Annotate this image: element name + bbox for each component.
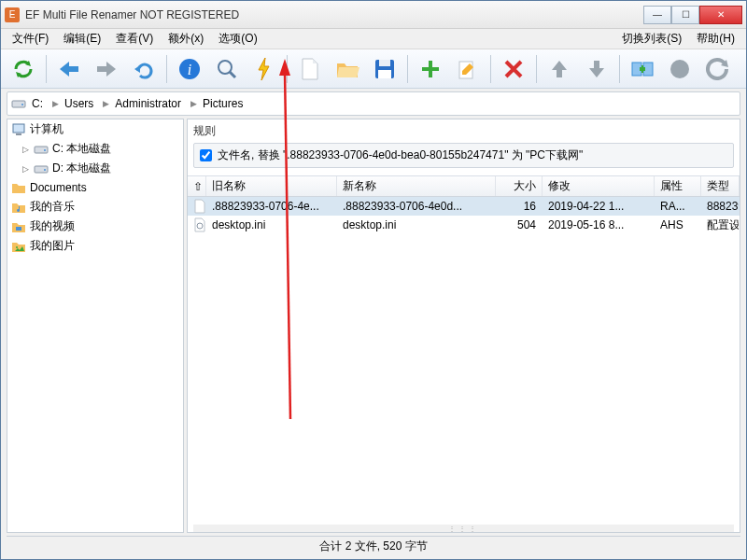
back-button[interactable]	[52, 53, 86, 85]
col-oldname[interactable]: 旧名称	[206, 176, 337, 196]
edit-button[interactable]	[451, 53, 485, 85]
maximize-button[interactable]: ☐	[671, 6, 699, 24]
svg-line-3	[230, 72, 235, 77]
file-row[interactable]: desktop.ini desktop.ini 504 2019-05-16 8…	[188, 216, 740, 234]
tree-computer[interactable]: 计算机	[7, 119, 183, 139]
menu-edit[interactable]: 编辑(E)	[56, 29, 108, 49]
svg-rect-11	[12, 101, 25, 107]
cell-type: 8882393...	[701, 197, 740, 216]
file-icon	[193, 199, 206, 214]
drive-icon	[34, 161, 49, 176]
chevron-right-icon: ▶	[190, 99, 197, 108]
music-folder-icon	[11, 200, 26, 215]
menu-options[interactable]: 选项(O)	[211, 29, 264, 49]
file-list[interactable]: ⇧ 旧名称 新名称 大小 修改 属性 类型 .88823933-0706-4e.…	[188, 176, 740, 525]
cell-size: 504	[496, 216, 543, 234]
info-button[interactable]: i	[173, 53, 206, 85]
svg-rect-17	[35, 166, 48, 173]
rules-panel: 规则 文件名, 替换 ".88823933-0706-4e0d-bea0-801…	[188, 119, 740, 176]
svg-point-18	[44, 169, 46, 171]
svg-point-10	[670, 60, 689, 78]
crumb-drive[interactable]: C:	[30, 95, 49, 112]
svg-rect-15	[35, 147, 48, 153]
col-sort[interactable]: ⇧	[188, 176, 206, 196]
rule-item[interactable]: 文件名, 替换 ".88823933-0706-4e0d-bea0-80155b…	[193, 143, 734, 168]
tree-documents[interactable]: Documents	[7, 178, 183, 197]
move-up-button[interactable]	[543, 53, 576, 85]
col-type[interactable]: 类型	[701, 176, 740, 196]
pictures-folder-icon	[11, 239, 26, 254]
toolbar: i	[1, 49, 746, 89]
drive-icon	[34, 142, 49, 157]
tree-label: Documents	[30, 181, 87, 194]
main-panel: 规则 文件名, 替换 ".88823933-0706-4e0d-bea0-801…	[187, 119, 740, 533]
expand-icon[interactable]: ▷	[21, 145, 30, 154]
addressbar[interactable]: C:▶ Users▶ Administrator▶ Pictures	[7, 91, 740, 116]
record-button[interactable]	[663, 53, 697, 85]
titlebar: E EF Multi File Renamer NOT REGISTERED —…	[1, 1, 746, 29]
minimize-button[interactable]: —	[643, 6, 671, 24]
list-header: ⇧ 旧名称 新名称 大小 修改 属性 类型	[188, 176, 740, 197]
search-button[interactable]	[210, 53, 244, 85]
cell-attr: AHS	[655, 216, 701, 234]
rule-text: 文件名, 替换 ".88823933-0706-4e0d-bea0-80155b…	[218, 147, 583, 163]
delete-button[interactable]	[497, 53, 530, 85]
tree-label: 我的音乐	[30, 199, 75, 215]
undo-button[interactable]	[127, 53, 161, 85]
col-attr[interactable]: 属性	[655, 176, 701, 196]
video-folder-icon	[11, 219, 26, 234]
body-area: 计算机 ▷C: 本地磁盘 ▷D: 本地磁盘 Documents 我的音乐 我的视…	[7, 119, 740, 533]
drive-icon	[11, 96, 26, 111]
svg-rect-6	[378, 70, 391, 78]
file-row[interactable]: .88823933-0706-4e... .88823933-0706-4e0d…	[188, 197, 740, 216]
forward-button[interactable]	[90, 53, 123, 85]
cell-size: 16	[496, 197, 543, 216]
col-newname[interactable]: 新名称	[337, 176, 496, 196]
save-button[interactable]	[368, 53, 402, 85]
execute-button[interactable]	[247, 53, 281, 85]
copy-button[interactable]	[626, 53, 659, 85]
svg-rect-5	[379, 60, 390, 66]
chevron-right-icon: ▶	[52, 99, 59, 108]
svg-text:i: i	[188, 62, 191, 77]
crumb-admin[interactable]: Administrator	[113, 95, 187, 112]
cell-attr: RA...	[655, 197, 701, 216]
revert-button[interactable]	[700, 53, 734, 85]
svg-rect-13	[13, 124, 24, 133]
app-window: E EF Multi File Renamer NOT REGISTERED —…	[0, 0, 747, 560]
cell-oldname: .88823933-0706-4e...	[206, 197, 337, 216]
menu-view[interactable]: 查看(V)	[108, 29, 161, 49]
crumb-users[interactable]: Users	[63, 95, 99, 112]
svg-rect-19	[16, 227, 21, 231]
svg-point-12	[21, 104, 23, 105]
new-file-button[interactable]	[293, 53, 327, 85]
tree-pictures[interactable]: 我的图片	[7, 236, 183, 256]
svg-point-20	[16, 246, 18, 248]
window-title: EF Multi File Renamer NOT REGISTERED	[25, 8, 643, 21]
tree-drive-d[interactable]: ▷D: 本地磁盘	[7, 159, 183, 178]
folder-tree[interactable]: 计算机 ▷C: 本地磁盘 ▷D: 本地磁盘 Documents 我的音乐 我的视…	[7, 119, 184, 533]
col-size[interactable]: 大小	[496, 176, 543, 196]
refresh-button[interactable]	[7, 53, 40, 85]
resize-grip[interactable]: ⋮⋮⋮	[193, 525, 734, 532]
ini-file-icon	[193, 217, 206, 232]
cell-type: 配置设置	[701, 216, 740, 234]
menu-file[interactable]: 文件(F)	[5, 29, 56, 49]
close-button[interactable]: ✕	[699, 6, 742, 24]
add-button[interactable]	[414, 53, 447, 85]
status-text: 合计 2 文件, 520 字节	[319, 539, 427, 554]
rule-checkbox[interactable]	[200, 149, 212, 161]
svg-point-16	[44, 149, 46, 151]
crumb-pictures[interactable]: Pictures	[201, 95, 248, 112]
open-folder-button[interactable]	[331, 53, 364, 85]
expand-icon[interactable]: ▷	[21, 164, 30, 174]
tree-drive-c[interactable]: ▷C: 本地磁盘	[7, 139, 183, 159]
menu-switchlist[interactable]: 切换列表(S)	[614, 29, 689, 49]
col-modified[interactable]: 修改	[543, 176, 655, 196]
menu-help[interactable]: 帮助(H)	[689, 29, 742, 49]
cell-modified: 2019-04-22 1...	[543, 197, 655, 216]
tree-video[interactable]: 我的视频	[7, 217, 183, 236]
move-down-button[interactable]	[580, 53, 613, 85]
tree-music[interactable]: 我的音乐	[7, 197, 183, 217]
menu-extra[interactable]: 额外(x)	[161, 29, 211, 49]
